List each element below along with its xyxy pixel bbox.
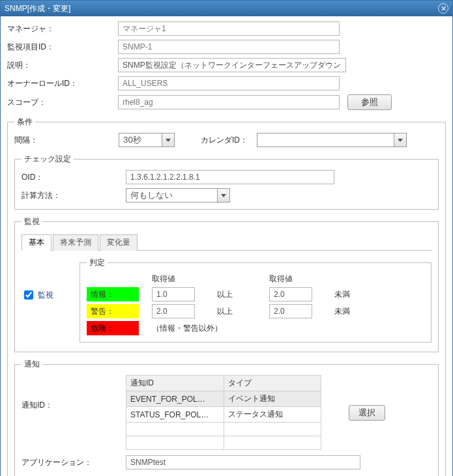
level-info-label: 情報： [87,287,139,301]
info-low-field[interactable] [152,287,195,301]
close-icon[interactable]: ✕ [438,3,448,14]
table-row[interactable]: STATUS_FOR_POL… ステータス通知 [126,407,321,423]
table-row[interactable] [126,436,321,450]
warn-high-field[interactable] [269,304,312,318]
oid-label: OID： [22,172,126,183]
monitor-id-field [118,40,340,54]
notify-select-button[interactable]: 選択 [349,405,385,421]
judge-legend: 判定 [87,257,108,268]
table-row[interactable] [126,423,321,436]
warn-low-suffix: 以上 [217,306,256,317]
description-field[interactable] [118,58,346,72]
notify-col-id[interactable]: 通知ID [126,376,224,391]
manager-label: マネージャ： [7,23,118,35]
dialog-body: マネージャ： 監視項目ID： 説明： オーナーロールID： スコープ： 参照 条… [1,16,452,476]
tab-basic[interactable]: 基本 [22,234,51,251]
info-high-field[interactable] [269,287,312,301]
tab-delta[interactable]: 変化量 [100,234,138,251]
level-danger-label: 危険： [87,321,139,335]
tab-forecast[interactable]: 将来予測 [53,234,98,251]
notify-id-label: 通知ID： [22,375,126,411]
calendar-id-label: カレンダID： [201,135,248,146]
scope-field [118,95,340,109]
notify-row0-type: イベント通知 [224,391,321,407]
scope-label: スコープ： [7,97,118,108]
calendar-id-select[interactable] [257,133,407,147]
owner-role-label: オーナーロールID： [7,78,118,89]
chevron-down-icon[interactable] [217,188,230,203]
notify-row1-id: STATUS_FOR_POL… [126,407,224,423]
info-low-suffix: 以上 [217,289,256,300]
snmp-dialog: SNMP[作成・変更] ✕ マネージャ： 監視項目ID： 説明： オーナーロール… [0,0,453,476]
notify-row0-id: EVENT_FOR_POL… [126,391,224,407]
calc-method-label: 計算方法： [22,190,126,201]
warn-high-suffix: 未満 [334,306,373,317]
interval-value[interactable] [119,133,162,147]
check-group: チェック設定 OID： 計算方法： [14,154,439,210]
notify-group: 通知 通知ID： 通知ID タイプ EVENT_FOR_POL… イベント通知 [14,359,439,476]
table-row[interactable]: EVENT_FOR_POL… イベント通知 [126,391,321,407]
conditions-group: 条件 間隔： カレンダID： チェック設定 OID： [7,117,446,476]
calc-method-value[interactable] [126,188,217,203]
level-warn-label: 警告： [87,304,139,318]
oid-field[interactable] [126,170,334,184]
monitor-enable-checkbox[interactable]: 監視 [22,288,53,301]
titlebar: SNMP[作成・変更] ✕ [1,1,452,16]
owner-role-field [118,76,340,91]
window-title: SNMP[作成・変更] [5,1,70,16]
monitor-tabs: 基本 将来予測 変化量 [22,234,431,251]
info-high-suffix: 未満 [334,289,373,300]
monitor-legend: 監視 [22,216,42,227]
notify-col-type[interactable]: タイプ [224,376,321,391]
chevron-down-icon[interactable] [394,133,407,147]
monitor-group: 監視 基本 将来予測 変化量 監視 判定 取得値 [14,216,439,352]
monitor-id-label: 監視項目ID： [7,42,118,53]
interval-label: 間隔： [14,135,119,146]
judge-group: 判定 取得値 取得値 情報： 以上 未満 警告： [80,257,431,343]
calc-method-select[interactable] [126,188,230,203]
notify-legend: 通知 [22,359,42,370]
notify-row1-type: ステータス通知 [224,407,321,423]
monitor-enable-input[interactable] [24,290,33,300]
application-field[interactable] [126,455,360,469]
judge-col2-header: 取得値 [269,273,321,285]
interval-select[interactable] [119,133,175,147]
scope-browse-button[interactable]: 参照 [347,94,392,110]
manager-field [118,21,340,36]
check-legend: チェック設定 [22,154,74,165]
danger-note: （情報・警告以外） [152,323,373,334]
notify-table[interactable]: 通知ID タイプ EVENT_FOR_POL… イベント通知 STATUS_FO… [126,375,321,450]
description-label: 説明： [7,60,118,71]
chevron-down-icon[interactable] [162,133,175,147]
conditions-legend: 条件 [14,117,35,128]
calendar-id-value[interactable] [257,133,394,147]
warn-low-field[interactable] [152,304,195,318]
monitor-enable-label: 監視 [38,290,53,301]
application-label: アプリケーション： [22,457,126,468]
judge-col1-header: 取得値 [152,273,204,285]
